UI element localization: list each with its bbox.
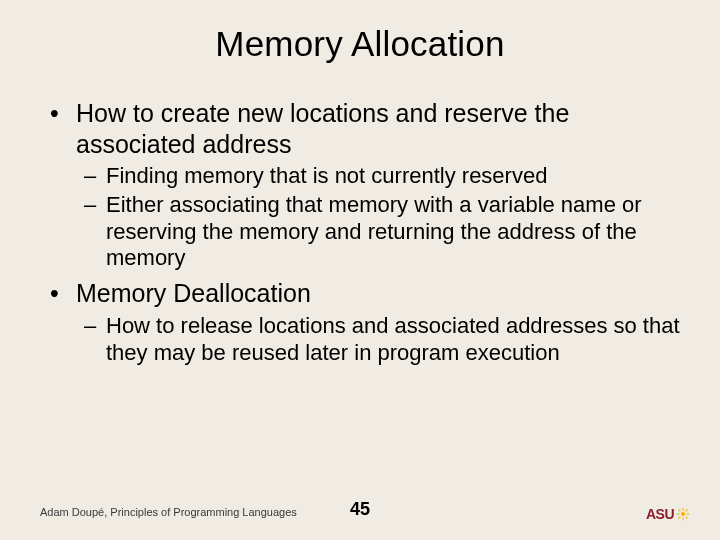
svg-point-0 <box>681 512 685 516</box>
svg-line-6 <box>686 517 688 519</box>
svg-line-8 <box>686 509 688 511</box>
svg-line-7 <box>678 517 680 519</box>
svg-line-5 <box>678 509 680 511</box>
bullet-level1: How to create new locations and reserve … <box>40 98 680 159</box>
slide-body: How to create new locations and reserve … <box>0 74 720 366</box>
slide: Memory Allocation How to create new loca… <box>0 0 720 540</box>
bullet-level2: Finding memory that is not currently res… <box>40 163 680 190</box>
asu-logo-text: ASU <box>646 506 674 522</box>
page-number: 45 <box>0 499 720 520</box>
sunburst-icon <box>676 507 690 521</box>
bullet-level2: How to release locations and associated … <box>40 313 680 367</box>
bullet-level1: Memory Deallocation <box>40 278 680 309</box>
asu-logo: ASU <box>646 506 690 522</box>
slide-title: Memory Allocation <box>0 0 720 74</box>
bullet-level2: Either associating that memory with a va… <box>40 192 680 272</box>
